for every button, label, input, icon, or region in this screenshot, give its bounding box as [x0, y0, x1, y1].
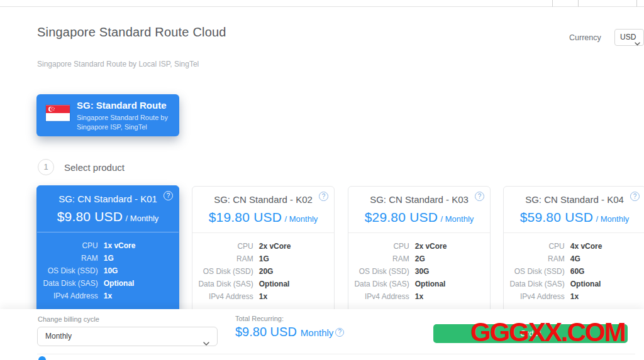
spec-label: OS Disk (SSD)	[348, 267, 415, 276]
spec-label: CPU	[192, 242, 259, 251]
spec-list: CPU2x vCore RAM2G OS Disk (SSD)30G Data …	[348, 233, 490, 303]
route-card-sg-standard[interactable]: SG: Standard Route Singapore Standard Ro…	[36, 94, 179, 136]
help-icon[interactable]: ?	[630, 192, 640, 201]
total-recurring-label: Total Recurring:	[235, 315, 284, 322]
product-price: $9.80 USD	[57, 209, 123, 224]
currency-value: USD	[620, 33, 636, 41]
spec-row: OS Disk (SSD)60G	[504, 265, 644, 278]
total-recurring-value: $9.80 USDMonthly?	[235, 325, 344, 339]
spec-label: Data Disk (SAS)	[37, 279, 104, 288]
billing-cycle-select[interactable]: Monthly	[37, 327, 218, 346]
spec-value: 4G	[570, 254, 580, 263]
spec-row: OS Disk (SSD)30G	[348, 265, 490, 278]
step-label: Select product	[64, 162, 125, 173]
product-cycle: / Monthly	[441, 214, 474, 224]
spec-label: OS Disk (SSD)	[192, 267, 259, 276]
tab-separator	[636, 0, 637, 7]
chevron-down-icon	[635, 36, 640, 52]
divider	[37, 354, 635, 354]
spec-value: 1x	[104, 292, 112, 300]
spec-label: OS Disk (SSD)	[504, 267, 570, 276]
spec-list: CPU1x vCore RAM1G OS Disk (SSD)10G Data …	[37, 232, 179, 302]
page-title: Singapore Standard Route Cloud	[37, 25, 226, 40]
spec-value: Optional	[259, 280, 290, 288]
spec-list: CPU4x vCore RAM4G OS Disk (SSD)60G Data …	[504, 233, 644, 303]
spec-value: 10G	[104, 266, 118, 275]
spec-label: Data Disk (SAS)	[504, 280, 570, 288]
total-price: $9.80 USD	[235, 325, 297, 339]
spec-value: 2x vCore	[415, 242, 447, 251]
product-name: SG: CN Standard - K04	[504, 194, 644, 205]
spec-value: 1G	[259, 254, 269, 263]
spec-label: CPU	[37, 241, 104, 250]
billing-cycle-value: Monthly	[45, 332, 72, 341]
currency-label: Currency	[569, 33, 601, 42]
spec-label: RAM	[192, 254, 259, 263]
spec-value: 2G	[415, 254, 425, 263]
spec-value: 1x	[415, 292, 423, 301]
help-icon[interactable]: ?	[335, 328, 344, 337]
spec-value: 4x vCore	[570, 242, 602, 251]
spec-value: 60G	[570, 267, 585, 276]
page-subtitle: Singapore Standard Route by Local ISP, S…	[37, 60, 199, 68]
spec-row: CPU2x vCore	[348, 240, 490, 253]
spec-row: RAM1G	[192, 253, 334, 265]
spec-label: OS Disk (SSD)	[37, 266, 104, 275]
spec-label: CPU	[504, 242, 570, 251]
product-cycle: / Monthly	[596, 214, 630, 224]
spec-label: IPv4 Address	[504, 292, 570, 301]
order-summary-bar: Change billing cycle Monthly Total Recur…	[0, 309, 644, 360]
spec-row: CPU2x vCore	[192, 240, 334, 253]
spec-row: Data Disk (SAS)Optional	[192, 278, 334, 290]
total-cycle: Monthly	[301, 327, 334, 338]
currency-select[interactable]: USD	[614, 29, 644, 46]
spec-label: IPv4 Address	[348, 292, 415, 301]
product-cycle: / Monthly	[126, 214, 159, 223]
spec-row: OS Disk (SSD)10G	[37, 265, 179, 277]
spec-value: 1x	[570, 292, 579, 301]
spec-label: RAM	[37, 254, 104, 263]
spec-value: 1x vCore	[104, 241, 136, 250]
product-price: $59.80 USD	[520, 210, 593, 224]
tab-separator	[552, 0, 553, 7]
spec-value: 2x vCore	[259, 242, 291, 251]
spec-value: 1G	[104, 254, 114, 263]
product-cycle: / Monthly	[285, 214, 318, 224]
help-icon[interactable]: ?	[319, 192, 328, 201]
product-price: $29.80 USD	[365, 210, 438, 224]
spec-row: IPv4 Address1x	[192, 290, 334, 303]
spec-row: RAM1G	[37, 252, 179, 265]
spec-value: Optional	[415, 280, 446, 288]
spec-row: IPv4 Address1x	[504, 290, 644, 303]
info-icon	[38, 356, 46, 360]
spec-row: RAM2G	[348, 253, 490, 265]
browser-top-strip	[0, 0, 644, 7]
spec-row: Data Disk (SAS)Optional	[504, 278, 644, 290]
route-card-subtitle: Singapore Standard Route by Singapore IS…	[77, 113, 172, 132]
spec-label: IPv4 Address	[37, 292, 104, 300]
spec-row: Data Disk (SAS)Optional	[37, 277, 179, 290]
help-icon[interactable]: ?	[164, 191, 173, 200]
spec-label: Data Disk (SAS)	[192, 280, 259, 288]
help-icon[interactable]: ?	[475, 192, 484, 201]
spec-row: IPv4 Address1x	[348, 290, 490, 303]
order-button[interactable]: Order	[433, 324, 628, 343]
billing-cycle-label: Change billing cycle	[38, 315, 99, 323]
product-name: SG: CN Standard - K02	[192, 194, 334, 205]
step-number-badge: 1	[38, 159, 54, 175]
product-price: $19.80 USD	[209, 210, 282, 224]
product-name: SG: CN Standard - K01	[37, 194, 179, 204]
product-card-k01[interactable]: ? SG: CN Standard - K01 $9.80 USD / Mont…	[36, 185, 179, 330]
spec-row: IPv4 Address1x	[37, 290, 179, 302]
spec-label: IPv4 Address	[192, 292, 259, 301]
spec-value: 20G	[259, 267, 274, 276]
tab-separator	[578, 0, 579, 7]
spec-row: RAM4G	[504, 253, 644, 265]
spec-row: Data Disk (SAS)Optional	[348, 278, 490, 290]
route-card-title: SG: Standard Route	[77, 100, 167, 111]
spec-value: Optional	[570, 280, 601, 288]
chevron-down-icon	[203, 335, 209, 353]
spec-label: RAM	[348, 254, 415, 263]
spec-row: OS Disk (SSD)20G	[192, 265, 334, 278]
spec-row: CPU1x vCore	[37, 239, 179, 252]
